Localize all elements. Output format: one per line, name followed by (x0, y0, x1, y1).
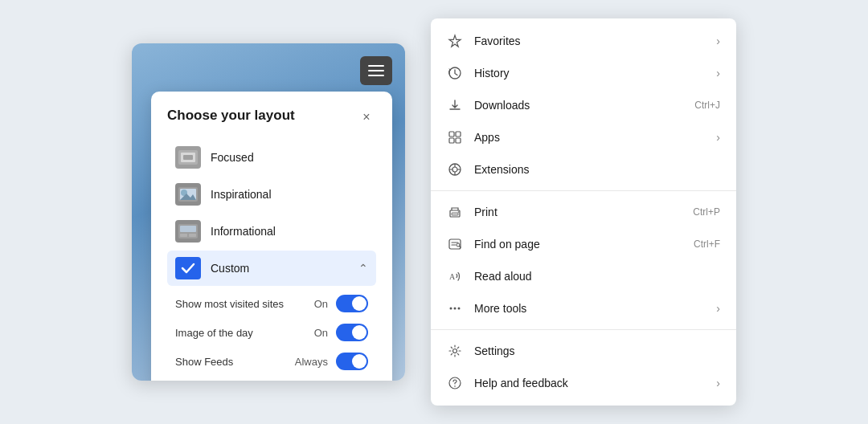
svg-point-25 (454, 308, 457, 310)
find-on-page-shortcut: Ctrl+F (694, 238, 720, 250)
find-on-page-label: Find on page (474, 238, 682, 251)
menu-divider-2 (431, 329, 736, 330)
svg-point-17 (452, 167, 457, 172)
focused-label: Focused (211, 151, 254, 164)
image-of-day-toggle[interactable] (336, 324, 368, 341)
layout-option-inspirational[interactable]: Inspirational (167, 177, 376, 212)
help-feedback-label: Help and feedback (474, 377, 705, 389)
modal-close-button[interactable]: × (357, 108, 376, 127)
layout-modal: Choose your layout × Focused (151, 92, 392, 381)
menu-item-downloads[interactable]: Downloads Ctrl+J (431, 89, 736, 121)
most-visited-label: Show most visited sites (175, 298, 314, 310)
show-feeds-label: Show Feeds (175, 356, 295, 368)
find-icon (447, 236, 463, 252)
star-icon (447, 33, 463, 49)
extensions-label: Extensions (474, 163, 720, 176)
most-visited-value: On (314, 298, 328, 310)
extensions-icon (447, 161, 463, 177)
more-tools-arrow: › (716, 302, 720, 315)
print-label: Print (474, 206, 682, 218)
settings-label: Settings (474, 344, 720, 357)
svg-rect-9 (180, 234, 187, 237)
informational-icon (175, 220, 201, 243)
most-visited-toggle[interactable] (336, 295, 368, 312)
setting-row-image-of-day: Image of the day On (167, 318, 376, 347)
informational-label: Informational (211, 225, 276, 238)
hamburger-button[interactable] (360, 56, 392, 85)
show-feeds-toggle[interactable] (336, 353, 368, 370)
history-icon (447, 65, 463, 81)
custom-icon (175, 257, 201, 279)
custom-label: Custom (211, 262, 249, 275)
menu-item-print[interactable]: Print Ctrl+P (431, 196, 736, 228)
apps-arrow: › (716, 131, 720, 144)
svg-rect-10 (189, 234, 196, 237)
menu-item-apps[interactable]: Apps › (431, 121, 736, 153)
svg-rect-12 (449, 132, 454, 137)
svg-rect-21 (449, 239, 461, 249)
downloads-shortcut: Ctrl+J (694, 100, 720, 111)
menu-divider-1 (431, 190, 736, 191)
more-tools-icon (447, 300, 463, 316)
history-label: History (474, 67, 705, 80)
svg-point-29 (454, 385, 456, 387)
read-aloud-label: Read aloud (474, 270, 720, 283)
apps-icon (447, 129, 463, 145)
inspirational-label: Inspirational (211, 188, 272, 201)
help-feedback-arrow: › (716, 377, 720, 389)
modal-header: Choose your layout × (167, 108, 376, 127)
history-arrow: › (716, 67, 720, 80)
svg-text:A: A (449, 272, 456, 281)
menu-item-more-tools[interactable]: More tools › (431, 292, 736, 324)
apps-label: Apps (474, 131, 705, 144)
svg-point-24 (450, 308, 452, 310)
help-icon (447, 375, 463, 391)
svg-rect-19 (452, 213, 458, 215)
layout-option-custom[interactable]: Custom ⌃ (167, 251, 376, 286)
svg-rect-2 (183, 155, 193, 160)
download-icon (447, 97, 463, 113)
menu-item-history[interactable]: History › (431, 57, 736, 89)
custom-chevron: ⌃ (358, 262, 368, 275)
show-feeds-value: Always (295, 356, 328, 368)
print-icon (447, 204, 463, 220)
read-aloud-icon: A (447, 268, 463, 284)
setting-row-most-visited: Show most visited sites On (167, 289, 376, 318)
svg-rect-13 (456, 132, 461, 137)
hamburger-icon (368, 65, 384, 76)
custom-settings: Show most visited sites On Image of the … (167, 286, 376, 379)
print-shortcut: Ctrl+P (693, 206, 720, 218)
menu-item-settings[interactable]: Settings (431, 335, 736, 367)
focused-icon (175, 146, 201, 169)
menu-item-favorites[interactable]: Favorites › (431, 25, 736, 57)
svg-rect-8 (180, 226, 196, 232)
left-panel: Choose your layout × Focused (132, 43, 405, 381)
layout-options: Focused Inspirational (167, 140, 376, 286)
image-of-day-label: Image of the day (175, 327, 314, 339)
inspirational-icon (175, 183, 201, 206)
menu-item-find-on-page[interactable]: Find on page Ctrl+F (431, 228, 736, 260)
settings-icon (447, 343, 463, 359)
svg-rect-15 (456, 138, 461, 143)
more-tools-label: More tools (474, 302, 705, 315)
layout-option-focused[interactable]: Focused (167, 140, 376, 175)
svg-point-27 (453, 349, 457, 353)
downloads-label: Downloads (474, 99, 683, 112)
svg-point-20 (458, 211, 460, 213)
modal-title: Choose your layout (167, 108, 295, 124)
layout-option-informational[interactable]: Informational (167, 214, 376, 249)
menu-item-help-feedback[interactable]: Help and feedback › (431, 367, 736, 399)
menu-item-extensions[interactable]: Extensions (431, 153, 736, 186)
favorites-label: Favorites (474, 35, 705, 47)
menu-item-read-aloud[interactable]: A Read aloud (431, 260, 736, 292)
favorites-arrow: › (716, 35, 720, 47)
setting-row-show-feeds: Show Feeds Always (167, 347, 376, 376)
svg-point-26 (458, 308, 461, 310)
image-of-day-value: On (314, 327, 328, 339)
svg-rect-14 (449, 138, 454, 143)
right-panel: Favorites › History › Downloads Ctrl+J (431, 18, 736, 406)
